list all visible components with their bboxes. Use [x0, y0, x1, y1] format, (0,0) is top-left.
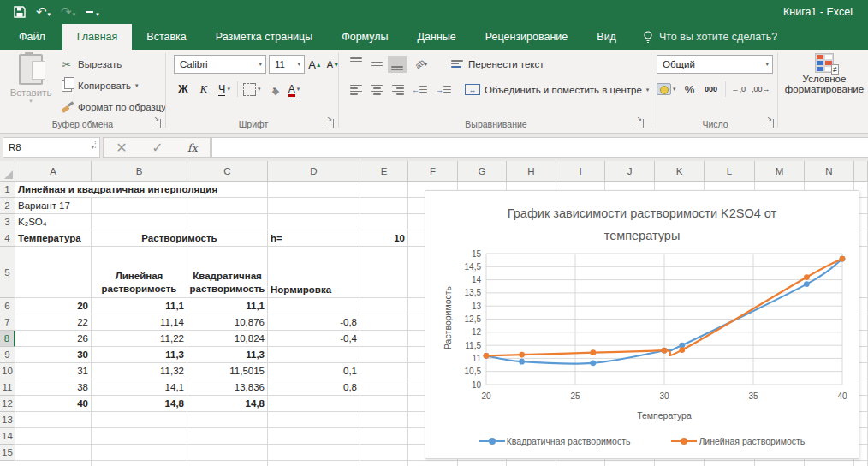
row-header-2[interactable]: 2: [0, 198, 15, 214]
column-header-G[interactable]: G: [458, 161, 507, 182]
cell-B7[interactable]: 11,14: [92, 314, 187, 330]
copy-button[interactable]: Копировать ▾: [60, 76, 138, 95]
column-header-I[interactable]: I: [556, 161, 605, 182]
row-header-15[interactable]: 15: [0, 445, 15, 461]
cell-A11[interactable]: 38: [15, 379, 91, 395]
row-header-8[interactable]: 8: [0, 331, 15, 347]
font-color-button[interactable]: А▾: [287, 81, 302, 98]
increase-decimal-button[interactable]: ←,0: [732, 85, 746, 93]
cell-D11[interactable]: 0,8: [268, 379, 360, 395]
column-header-A[interactable]: A: [15, 161, 92, 182]
cell-B12[interactable]: 14,8: [92, 396, 187, 411]
column-header-L[interactable]: L: [705, 161, 755, 182]
align-top-button[interactable]: [347, 56, 366, 73]
row-header-7[interactable]: 7: [0, 314, 15, 331]
bold-button[interactable]: Ж: [175, 81, 191, 98]
cell-B6[interactable]: 11,1: [92, 298, 187, 314]
cell-A4[interactable]: Температура: [15, 230, 91, 246]
row-header-9[interactable]: 9: [0, 347, 15, 363]
row-header-1[interactable]: 1: [0, 182, 15, 198]
cell-C10[interactable]: 11,5015: [187, 363, 267, 379]
row-header-6[interactable]: 6: [0, 298, 15, 314]
cell-D5[interactable]: Нормировка: [268, 247, 360, 297]
grow-font-button[interactable]: А▲: [307, 56, 323, 73]
tab-file[interactable]: Файл: [2, 24, 62, 50]
cell-A1[interactable]: Линейная и квадратичная интерполяция: [15, 182, 223, 197]
row-header-3[interactable]: 3: [0, 214, 15, 230]
column-header-N[interactable]: N: [805, 161, 854, 182]
orientation-button[interactable]: ab▾: [408, 56, 434, 73]
column-header-E[interactable]: E: [360, 161, 408, 182]
borders-button[interactable]: ▾: [243, 81, 261, 98]
cell-A8[interactable]: 26: [15, 331, 91, 346]
alignment-dialog-launcher[interactable]: ↘: [634, 119, 644, 128]
font-size-combo[interactable]: 11▾: [269, 55, 305, 74]
chart[interactable]: График зависимости растворимости K2SO4 о…: [425, 190, 859, 459]
cell-C8[interactable]: 10,824: [187, 331, 267, 346]
undo-button[interactable]: ↶▾: [36, 3, 51, 22]
cell-A10[interactable]: 31: [15, 363, 91, 379]
comma-style-button[interactable]: 000: [704, 81, 719, 98]
row-header-11[interactable]: 11: [0, 379, 15, 396]
tell-me-box[interactable]: Что вы хотите сделать?: [631, 24, 789, 50]
cell-C11[interactable]: 13,836: [187, 379, 267, 395]
tab-page-layout[interactable]: Разметка страницы: [201, 24, 327, 50]
wrap-text-button[interactable]: Перенести текст: [448, 55, 548, 73]
column-header-partial[interactable]: [854, 161, 868, 182]
customize-qat-button[interactable]: ▾: [86, 3, 99, 22]
tab-view[interactable]: Вид: [582, 24, 631, 50]
column-header-C[interactable]: C: [187, 161, 268, 182]
cell-D4[interactable]: h=: [268, 230, 360, 246]
copy-dropdown-caret[interactable]: ▾: [135, 82, 139, 89]
column-header-D[interactable]: D: [268, 161, 360, 182]
cell-E4[interactable]: 10: [360, 230, 407, 246]
cell-B4[interactable]: Растворимость: [92, 230, 267, 246]
column-header-M[interactable]: M: [755, 161, 805, 182]
merge-center-button[interactable]: ↔ Объединить и поместить в центре ▾: [461, 81, 652, 99]
column-header-K[interactable]: K: [655, 161, 705, 182]
align-middle-button[interactable]: [367, 56, 386, 73]
cell-C9[interactable]: 11,3: [187, 347, 267, 362]
column-header-F[interactable]: F: [408, 161, 458, 182]
enter-button[interactable]: ✓: [152, 140, 163, 156]
cell-A9[interactable]: 30: [15, 347, 91, 362]
cell-C5[interactable]: Квадратичная растворимость: [187, 247, 267, 297]
row-header-10[interactable]: 10: [0, 363, 15, 379]
font-name-combo[interactable]: Calibri▾: [174, 55, 266, 74]
conditional-formatting-button[interactable]: ≠ Условное форматирование: [781, 50, 868, 132]
cut-button[interactable]: ✂ Вырезать: [60, 55, 122, 74]
cell-B9[interactable]: 11,3: [92, 347, 187, 362]
row-header-13[interactable]: 13: [0, 412, 15, 428]
name-box[interactable]: R8▾: [3, 137, 100, 158]
cell-A2[interactable]: Вариант 17: [15, 198, 91, 213]
align-center-button[interactable]: [367, 81, 386, 99]
cell-D10[interactable]: 0,1: [268, 363, 360, 379]
select-all-corner[interactable]: [0, 161, 15, 182]
column-header-B[interactable]: B: [92, 161, 187, 182]
cell-B11[interactable]: 14,1: [92, 379, 187, 395]
row-header-4[interactable]: 4: [0, 230, 15, 247]
insert-function-button[interactable]: fx: [187, 141, 198, 154]
cell-C6[interactable]: 11,1: [187, 298, 267, 314]
redo-button[interactable]: ↷▾: [61, 3, 75, 22]
cell-A7[interactable]: 22: [15, 314, 91, 330]
italic-button[interactable]: К: [196, 81, 211, 98]
align-left-button[interactable]: [347, 81, 366, 99]
fill-color-button[interactable]: ▾: [266, 81, 282, 98]
cell-C12[interactable]: 14,8: [187, 396, 267, 411]
percent-style-button[interactable]: %: [682, 81, 698, 98]
align-bottom-button[interactable]: [388, 56, 407, 73]
cell-D7[interactable]: -0,8: [268, 314, 360, 330]
underline-button[interactable]: Ч▾: [217, 81, 232, 98]
column-header-J[interactable]: J: [605, 161, 655, 182]
font-dialog-launcher[interactable]: ↘: [324, 119, 334, 128]
cancel-button[interactable]: ✕: [116, 140, 127, 156]
row-header-12[interactable]: 12: [0, 396, 15, 412]
number-dialog-launcher[interactable]: ↘: [764, 119, 774, 128]
decrease-indent-button[interactable]: ←: [408, 81, 431, 99]
tab-insert[interactable]: Вставка: [132, 24, 200, 50]
number-format-combo[interactable]: Общий▾: [657, 55, 773, 74]
accounting-format-button[interactable]: ▾: [657, 81, 676, 98]
column-header-H[interactable]: H: [507, 161, 556, 182]
paste-dropdown-caret[interactable]: ▾: [7, 98, 55, 105]
